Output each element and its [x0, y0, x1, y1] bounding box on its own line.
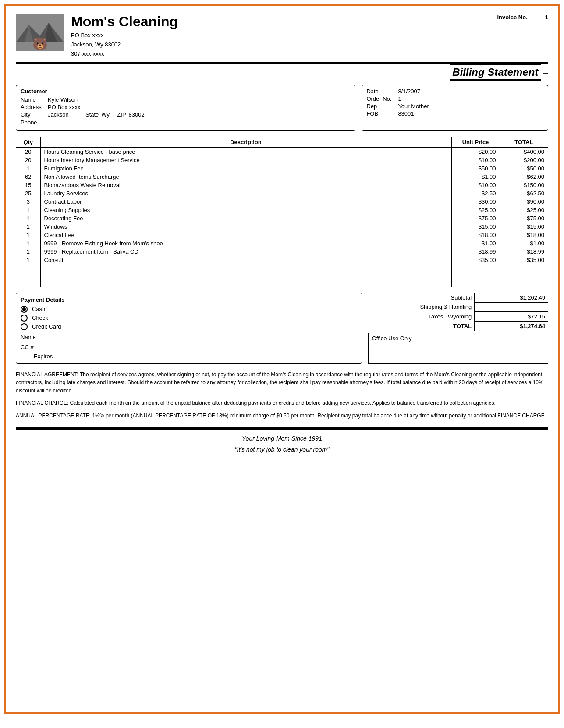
row-unit-price: $18.00: [451, 231, 500, 239]
s2: [40, 264, 451, 287]
header: 🐻 Mom's Cleaning PO Box xxxx Jackson, Wy…: [16, 14, 548, 59]
financial-charge: FINANCIAL CHARGE: Calculated each month …: [16, 399, 548, 407]
footer-text: Your Loving Mom Since 1991 "It's not my …: [16, 433, 548, 455]
total-label: TOTAL: [368, 321, 475, 331]
row-total: $15.00: [500, 223, 548, 231]
row-desc: Biohazardous Waste Removal: [40, 181, 451, 189]
footer-line1: Your Loving Mom Since 1991: [16, 433, 548, 444]
table-row: 15 Biohazardous Waste Removal $10.00 $15…: [16, 181, 548, 189]
financial-agreement: FINANCIAL AGREEMENT: The recipient of se…: [16, 371, 548, 395]
table-row: 62 Non Allowed Items Surcharge $1.00 $62…: [16, 173, 548, 181]
row-qty: 15: [16, 181, 40, 189]
zip-label: ZIP: [117, 111, 126, 118]
row-unit-price: $30.00: [451, 198, 500, 206]
row-qty: 1: [16, 231, 40, 239]
items-table: Qty Description Unit Price TOTAL 20 Hour…: [16, 137, 548, 287]
col-qty: Qty: [16, 137, 40, 148]
subtotal-label: Subtotal: [368, 293, 475, 302]
s1: [16, 264, 40, 287]
row-desc: 9999 - Remove Fishing Hook from Mom's sh…: [40, 239, 451, 247]
row-qty: 1: [16, 239, 40, 247]
row-unit-price: $75.00: [451, 214, 500, 223]
office-use-box: Office Use Only: [368, 333, 548, 364]
row-total: $400.00: [500, 147, 548, 156]
items-table-wrapper: Qty Description Unit Price TOTAL 20 Hour…: [16, 137, 548, 287]
row-total: $200.00: [500, 156, 548, 164]
order-rep-row: Rep Your Mother: [366, 103, 543, 110]
radio-cash[interactable]: [21, 306, 28, 313]
table-row: 3 Contract Labor $30.00 $90.00: [16, 198, 548, 206]
row-unit-price: $2.50: [451, 189, 500, 198]
footer-divider: [16, 427, 548, 430]
table-row: 1 9999 - Replacement Item - Saliva CD $1…: [16, 247, 548, 256]
row-unit-price: $50.00: [451, 164, 500, 173]
row-qty: 20: [16, 156, 40, 164]
customer-section-title: Customer: [21, 88, 351, 95]
row-qty: 1: [16, 214, 40, 223]
row-unit-price: $25.00: [451, 206, 500, 214]
cash-label: Cash: [32, 306, 45, 312]
row-qty: 1: [16, 223, 40, 231]
customer-city-row: City Jackson State Wy ZIP 83002: [21, 111, 351, 118]
row-unit-price: $1.00: [451, 239, 500, 247]
address-label: Address: [21, 104, 48, 110]
row-desc: Cleaning Supplies: [40, 206, 451, 214]
table-row: 20 Hours Cleaning Service - base price $…: [16, 147, 548, 156]
row-unit-price: $10.00: [451, 156, 500, 164]
taxes-region: Wyoming: [448, 313, 472, 320]
company-address: PO Box xxxx Jackson, Wy 83002 307-xxx-xx…: [71, 31, 497, 58]
payment-title: Payment Details: [21, 297, 357, 303]
order-number-row: Order No. 1: [366, 95, 543, 102]
address-line1: PO Box xxxx: [71, 31, 497, 40]
table-row: 1 Clerical Fee $18.00 $18.00: [16, 231, 548, 239]
customer-address: PO Box xxxx: [48, 104, 351, 110]
payment-cc-input[interactable]: [36, 343, 357, 349]
row-total: $18.99: [500, 247, 548, 256]
order-number: 1: [398, 95, 543, 102]
col-total: TOTAL: [500, 137, 548, 148]
invoice-container: 🐻 Mom's Cleaning PO Box xxxx Jackson, Wy…: [4, 4, 560, 714]
order-fob: 83001: [398, 110, 543, 117]
col-description: Description: [40, 137, 451, 148]
radio-check[interactable]: [21, 315, 28, 322]
row-unit-price: $1.00: [451, 173, 500, 181]
table-row: 20 Hours Inventory Management Service $1…: [16, 156, 548, 164]
row-desc: Fumigation Fee: [40, 164, 451, 173]
invoice-number: 1: [545, 14, 548, 21]
row-unit-price: $35.00: [451, 256, 500, 264]
row-desc: Contract Labor: [40, 198, 451, 206]
row-desc: Clerical Fee: [40, 231, 451, 239]
payment-option-check: Check: [21, 315, 357, 322]
city-label: City: [21, 111, 48, 118]
subtotal-value: $1,202.49: [475, 293, 548, 302]
totals-section: Subtotal $1,202.49 Shipping & Handling T…: [368, 293, 548, 364]
expires-input[interactable]: [55, 352, 357, 358]
row-qty: 1: [16, 206, 40, 214]
order-date-row: Date 8/1/2007: [366, 88, 543, 95]
invoice-number-row: Invoice No. 1: [497, 14, 548, 21]
row-desc: Hours Inventory Management Service: [40, 156, 451, 164]
row-total: $62.50: [500, 189, 548, 198]
row-qty: 20: [16, 147, 40, 156]
radio-credit[interactable]: [21, 323, 28, 330]
row-desc: Hours Cleaning Service - base price: [40, 147, 451, 156]
order-no-label: Order No.: [366, 95, 398, 102]
payment-name-input[interactable]: [39, 333, 357, 339]
row-total: $150.00: [500, 181, 548, 189]
order-rep: Your Mother: [398, 103, 543, 110]
row-total: $25.00: [500, 206, 548, 214]
company-info: Mom's Cleaning PO Box xxxx Jackson, Wy 8…: [71, 14, 497, 59]
customer-box: Customer Name Kyle Wilson Address PO Box…: [16, 85, 355, 131]
row-qty: 1: [16, 247, 40, 256]
customer-phone: [48, 124, 351, 124]
row-desc: Decorating Fee: [40, 214, 451, 223]
table-row: 25 Laundry Services $2.50 $62.50: [16, 189, 548, 198]
totals-table: Subtotal $1,202.49 Shipping & Handling T…: [368, 293, 548, 331]
row-qty: 1: [16, 256, 40, 264]
invoice-number-section: Invoice No. 1: [497, 14, 548, 21]
s3: [451, 264, 500, 287]
customer-phone-row: Phone: [21, 119, 351, 126]
customer-name: Kyle Wilson: [48, 96, 351, 103]
row-total: $35.00: [500, 256, 548, 264]
name-label: Name: [21, 96, 48, 103]
